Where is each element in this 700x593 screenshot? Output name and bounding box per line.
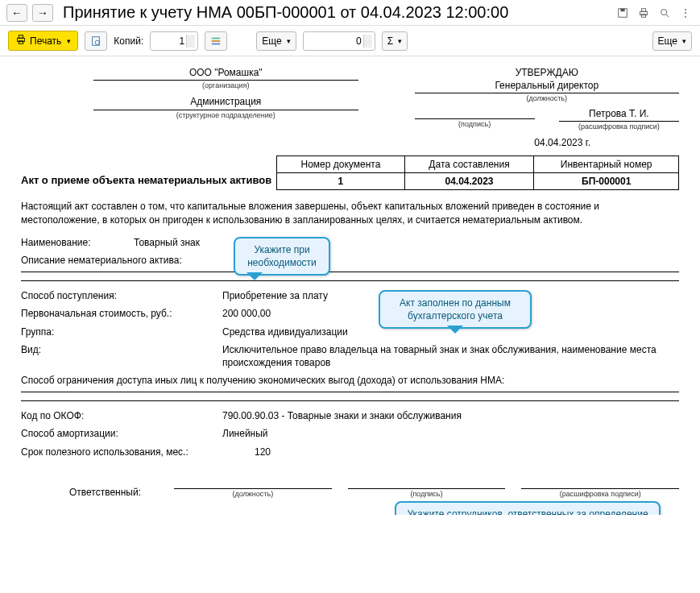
th-doc-number: Номер документа bbox=[277, 156, 404, 173]
sign-slot bbox=[415, 107, 535, 119]
position-value: Генеральный директор bbox=[415, 79, 680, 93]
org-caption: (организация) bbox=[93, 81, 358, 90]
resp-sign-caption: (подпись) bbox=[348, 489, 506, 499]
life-value: 120 bbox=[255, 446, 679, 458]
nav-forward-button[interactable]: → bbox=[32, 4, 53, 22]
life-label: Срок полезного использования, мес.: bbox=[21, 446, 255, 458]
act-title: Акт о приеме объекта нематериальных акти… bbox=[21, 173, 276, 191]
copies-value: 1 bbox=[180, 35, 185, 47]
page-title: Принятие к учету НМА 00БП-000001 от 04.0… bbox=[63, 3, 610, 22]
method-label: Способ поступления: bbox=[21, 289, 222, 302]
more-button-2[interactable]: Еще ▾ bbox=[652, 31, 692, 51]
resp-position-slot bbox=[174, 478, 332, 489]
resp-position-caption: (должность) bbox=[174, 489, 332, 499]
divider bbox=[21, 400, 679, 401]
svg-rect-8 bbox=[19, 35, 23, 39]
preview-button[interactable] bbox=[85, 31, 107, 51]
sum-field[interactable]: 0 bbox=[303, 31, 375, 51]
td-doc-date: 04.04.2023 bbox=[404, 173, 534, 190]
kind-label: Вид: bbox=[21, 343, 222, 369]
name-value: Товарный знак bbox=[134, 236, 679, 249]
td-inv-number: БП-000001 bbox=[534, 173, 679, 190]
restrict-label: Способ ограничения доступа иных лиц к по… bbox=[21, 374, 504, 387]
divider bbox=[21, 272, 679, 272]
print-icon[interactable] bbox=[636, 5, 652, 21]
th-doc-date: Дата составления bbox=[404, 156, 534, 173]
callout-hint-3: Укажите сотрудников, ответственных за оп… bbox=[395, 501, 661, 515]
sigma-button[interactable]: Σ▾ bbox=[382, 31, 408, 51]
svg-rect-1 bbox=[620, 8, 624, 11]
chevron-down-icon: ▾ bbox=[67, 37, 71, 45]
amort-value: Линейный bbox=[222, 427, 679, 440]
cost-label: Первоначальная стоимость, руб.: bbox=[21, 307, 222, 320]
divider bbox=[21, 280, 679, 281]
search-icon[interactable] bbox=[657, 5, 673, 21]
name-label: Наименование: bbox=[21, 236, 134, 249]
approve-label: УТВЕРЖДАЮ bbox=[415, 66, 680, 79]
print-button[interactable]: Печать ▾ bbox=[8, 31, 78, 51]
callout-hint-1: Укажите при необходимости bbox=[234, 237, 330, 276]
chevron-down-icon: ▾ bbox=[287, 37, 291, 45]
dept-caption: (структурное подразделение) bbox=[93, 110, 358, 120]
save-icon[interactable] bbox=[615, 5, 631, 21]
sum-value: 0 bbox=[356, 35, 362, 47]
org-value: ООО "Ромашка" bbox=[93, 66, 358, 81]
svg-rect-13 bbox=[212, 40, 221, 42]
divider bbox=[21, 392, 679, 392]
svg-point-5 bbox=[661, 9, 667, 15]
nav-back-button[interactable]: ← bbox=[6, 4, 27, 22]
resp-name-caption: (расшифровка подписи) bbox=[521, 489, 679, 499]
amort-label: Способ амортизации: bbox=[21, 427, 222, 440]
group-label: Группа: bbox=[21, 326, 222, 338]
menu-icon[interactable]: ⋮ bbox=[677, 5, 694, 21]
doc-table: Номер документа Дата составления Инвента… bbox=[276, 156, 679, 190]
settings-button[interactable] bbox=[205, 31, 227, 51]
position-caption: (должность) bbox=[415, 93, 680, 103]
svg-rect-12 bbox=[212, 37, 221, 39]
signer-caption: (расшифровка подписи) bbox=[559, 122, 679, 131]
svg-line-6 bbox=[666, 14, 669, 17]
resp-name-slot bbox=[521, 478, 679, 489]
chevron-down-icon: ▾ bbox=[682, 37, 686, 45]
desc-label: Описание нематериального актива: bbox=[21, 254, 182, 267]
kind-value: Исключительное право владельца на товарн… bbox=[222, 343, 679, 369]
resp-label: Ответственный: bbox=[21, 486, 158, 499]
svg-point-11 bbox=[95, 40, 99, 44]
resp-sign-slot bbox=[348, 478, 506, 489]
copies-label: Копий: bbox=[114, 35, 143, 47]
approve-date: 04.04.2023 г. bbox=[415, 136, 680, 149]
td-doc-number: 1 bbox=[277, 173, 404, 190]
okof-value: 790.00.90.03 - Товарные знаки и знаки об… bbox=[222, 409, 679, 422]
sign-caption: (подпись) bbox=[415, 119, 535, 129]
th-inv-number: Инвентарный номер bbox=[534, 156, 679, 173]
signer-value: Петрова Т. И. bbox=[559, 107, 679, 122]
more-button-1[interactable]: Еще ▾ bbox=[256, 31, 296, 51]
intro-para: Настоящий акт составлен о том, что капит… bbox=[21, 200, 679, 226]
printer-icon bbox=[15, 34, 27, 48]
svg-rect-14 bbox=[212, 43, 221, 44]
dept-value: Администрация bbox=[93, 95, 358, 110]
copies-stepper[interactable]: 1 bbox=[150, 31, 198, 51]
svg-rect-3 bbox=[641, 8, 645, 11]
print-button-label: Печать bbox=[30, 35, 61, 47]
okof-label: Код по ОКОФ: bbox=[21, 409, 222, 422]
callout-hint-2: Акт заполнен по данным бухгалтерского уч… bbox=[379, 290, 532, 329]
chevron-down-icon: ▾ bbox=[398, 37, 402, 45]
